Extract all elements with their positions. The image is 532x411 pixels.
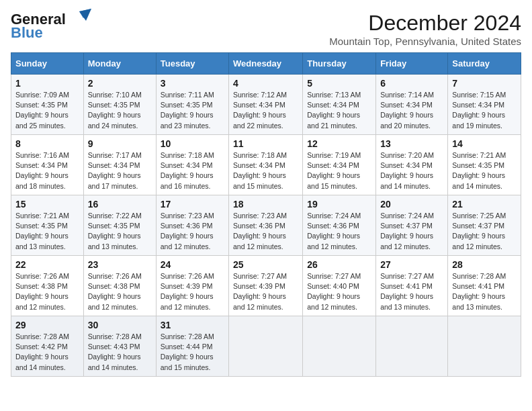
col-header-thursday: Thursday	[303, 53, 376, 75]
day-number: 9	[88, 138, 152, 149]
day-number: 10	[161, 138, 224, 149]
day-info: Sunrise: 7:28 AMSunset: 4:41 PMDaylight:…	[452, 271, 517, 312]
day-number: 16	[88, 199, 152, 210]
day-info: Sunrise: 7:24 AMSunset: 4:37 PMDaylight:…	[380, 211, 443, 252]
day-info: Sunrise: 7:11 AMSunset: 4:35 PMDaylight:…	[161, 90, 224, 131]
day-number: 2	[88, 78, 152, 89]
week-row-1: 1Sunrise: 7:09 AMSunset: 4:35 PMDaylight…	[11, 75, 521, 135]
day-number: 25	[233, 259, 298, 270]
day-info: Sunrise: 7:27 AMSunset: 4:41 PMDaylight:…	[380, 271, 443, 312]
day-number: 19	[307, 199, 371, 210]
day-number: 14	[452, 138, 517, 149]
day-cell: 8Sunrise: 7:16 AMSunset: 4:34 PMDaylight…	[11, 135, 84, 195]
day-info: Sunrise: 7:26 AMSunset: 4:39 PMDaylight:…	[161, 271, 224, 312]
day-number: 24	[161, 259, 224, 270]
day-cell: 11Sunrise: 7:18 AMSunset: 4:34 PMDayligh…	[229, 135, 303, 195]
day-cell	[376, 316, 448, 377]
day-cell: 21Sunrise: 7:25 AMSunset: 4:37 PMDayligh…	[448, 195, 521, 256]
day-number: 3	[161, 78, 224, 89]
day-info: Sunrise: 7:28 AMSunset: 4:43 PMDaylight:…	[88, 332, 152, 373]
day-cell	[303, 316, 376, 377]
page-header: General Blue December 2024 Mountain Top,…	[11, 11, 521, 47]
day-cell: 27Sunrise: 7:27 AMSunset: 4:41 PMDayligh…	[376, 256, 448, 316]
day-info: Sunrise: 7:14 AMSunset: 4:34 PMDaylight:…	[380, 90, 443, 131]
day-info: Sunrise: 7:28 AMSunset: 4:44 PMDaylight:…	[161, 332, 224, 373]
day-cell: 2Sunrise: 7:10 AMSunset: 4:35 PMDaylight…	[83, 75, 156, 135]
day-number: 29	[15, 320, 79, 330]
calendar-body: 1Sunrise: 7:09 AMSunset: 4:35 PMDaylight…	[11, 75, 521, 377]
col-header-monday: Monday	[83, 53, 156, 75]
week-row-3: 15Sunrise: 7:21 AMSunset: 4:35 PMDayligh…	[11, 195, 521, 256]
page-subtitle: Mountain Top, Pennsylvania, United State…	[329, 36, 521, 47]
day-info: Sunrise: 7:27 AMSunset: 4:39 PMDaylight:…	[233, 271, 298, 312]
day-number: 23	[88, 259, 152, 270]
day-cell: 9Sunrise: 7:17 AMSunset: 4:34 PMDaylight…	[83, 135, 156, 195]
day-cell: 3Sunrise: 7:11 AMSunset: 4:35 PMDaylight…	[156, 75, 228, 135]
day-info: Sunrise: 7:23 AMSunset: 4:36 PMDaylight:…	[233, 211, 298, 252]
day-cell: 28Sunrise: 7:28 AMSunset: 4:41 PMDayligh…	[448, 256, 521, 316]
header-row: SundayMondayTuesdayWednesdayThursdayFrid…	[11, 53, 521, 75]
day-info: Sunrise: 7:26 AMSunset: 4:38 PMDaylight:…	[88, 271, 152, 312]
day-info: Sunrise: 7:20 AMSunset: 4:34 PMDaylight:…	[380, 150, 443, 191]
week-row-2: 8Sunrise: 7:16 AMSunset: 4:34 PMDaylight…	[11, 135, 521, 195]
day-info: Sunrise: 7:28 AMSunset: 4:42 PMDaylight:…	[15, 332, 79, 373]
day-number: 6	[380, 78, 443, 89]
day-cell: 13Sunrise: 7:20 AMSunset: 4:34 PMDayligh…	[376, 135, 448, 195]
day-number: 11	[233, 138, 298, 149]
day-info: Sunrise: 7:19 AMSunset: 4:34 PMDaylight:…	[307, 150, 371, 191]
day-info: Sunrise: 7:13 AMSunset: 4:34 PMDaylight:…	[307, 90, 371, 131]
logo: General Blue	[11, 11, 91, 42]
day-number: 20	[380, 199, 443, 210]
day-info: Sunrise: 7:15 AMSunset: 4:34 PMDaylight:…	[452, 90, 517, 131]
day-info: Sunrise: 7:26 AMSunset: 4:38 PMDaylight:…	[15, 271, 79, 312]
day-info: Sunrise: 7:22 AMSunset: 4:35 PMDaylight:…	[88, 211, 152, 252]
day-info: Sunrise: 7:27 AMSunset: 4:40 PMDaylight:…	[307, 271, 371, 312]
day-cell: 20Sunrise: 7:24 AMSunset: 4:37 PMDayligh…	[376, 195, 448, 256]
day-info: Sunrise: 7:18 AMSunset: 4:34 PMDaylight:…	[233, 150, 298, 191]
day-cell: 18Sunrise: 7:23 AMSunset: 4:36 PMDayligh…	[229, 195, 303, 256]
day-cell: 4Sunrise: 7:12 AMSunset: 4:34 PMDaylight…	[229, 75, 303, 135]
day-number: 31	[161, 320, 224, 330]
week-row-5: 29Sunrise: 7:28 AMSunset: 4:42 PMDayligh…	[11, 316, 521, 377]
calendar-table: SundayMondayTuesdayWednesdayThursdayFrid…	[11, 52, 521, 377]
day-number: 8	[15, 138, 79, 149]
day-cell: 16Sunrise: 7:22 AMSunset: 4:35 PMDayligh…	[83, 195, 156, 256]
day-info: Sunrise: 7:12 AMSunset: 4:34 PMDaylight:…	[233, 90, 298, 131]
day-info: Sunrise: 7:09 AMSunset: 4:35 PMDaylight:…	[15, 90, 79, 131]
day-info: Sunrise: 7:18 AMSunset: 4:34 PMDaylight:…	[161, 150, 224, 191]
day-cell: 23Sunrise: 7:26 AMSunset: 4:38 PMDayligh…	[83, 256, 156, 316]
col-header-sunday: Sunday	[11, 53, 84, 75]
col-header-friday: Friday	[376, 53, 448, 75]
day-number: 21	[452, 199, 517, 210]
day-cell: 12Sunrise: 7:19 AMSunset: 4:34 PMDayligh…	[303, 135, 376, 195]
day-cell: 29Sunrise: 7:28 AMSunset: 4:42 PMDayligh…	[11, 316, 84, 377]
calendar-header: SundayMondayTuesdayWednesdayThursdayFrid…	[11, 53, 521, 75]
day-cell: 30Sunrise: 7:28 AMSunset: 4:43 PMDayligh…	[83, 316, 156, 377]
day-cell: 31Sunrise: 7:28 AMSunset: 4:44 PMDayligh…	[156, 316, 228, 377]
day-info: Sunrise: 7:10 AMSunset: 4:35 PMDaylight:…	[88, 90, 152, 131]
day-cell	[448, 316, 521, 377]
day-number: 22	[15, 259, 79, 270]
day-cell: 15Sunrise: 7:21 AMSunset: 4:35 PMDayligh…	[11, 195, 84, 256]
day-number: 5	[307, 78, 371, 89]
day-info: Sunrise: 7:21 AMSunset: 4:35 PMDaylight:…	[452, 150, 517, 191]
day-number: 26	[307, 259, 371, 270]
title-section: December 2024 Mountain Top, Pennsylvania…	[329, 11, 521, 47]
col-header-saturday: Saturday	[448, 53, 521, 75]
day-cell: 6Sunrise: 7:14 AMSunset: 4:34 PMDaylight…	[376, 75, 448, 135]
col-header-tuesday: Tuesday	[156, 53, 228, 75]
day-cell: 1Sunrise: 7:09 AMSunset: 4:35 PMDaylight…	[11, 75, 84, 135]
day-number: 4	[233, 78, 298, 89]
day-number: 13	[380, 138, 443, 149]
day-cell: 7Sunrise: 7:15 AMSunset: 4:34 PMDaylight…	[448, 75, 521, 135]
day-info: Sunrise: 7:24 AMSunset: 4:36 PMDaylight:…	[307, 211, 371, 252]
day-number: 17	[161, 199, 224, 210]
day-number: 18	[233, 199, 298, 210]
day-info: Sunrise: 7:17 AMSunset: 4:34 PMDaylight:…	[88, 150, 152, 191]
day-cell: 26Sunrise: 7:27 AMSunset: 4:40 PMDayligh…	[303, 256, 376, 316]
day-number: 28	[452, 259, 517, 270]
day-number: 27	[380, 259, 443, 270]
day-cell: 24Sunrise: 7:26 AMSunset: 4:39 PMDayligh…	[156, 256, 228, 316]
day-cell: 14Sunrise: 7:21 AMSunset: 4:35 PMDayligh…	[448, 135, 521, 195]
day-cell: 5Sunrise: 7:13 AMSunset: 4:34 PMDaylight…	[303, 75, 376, 135]
